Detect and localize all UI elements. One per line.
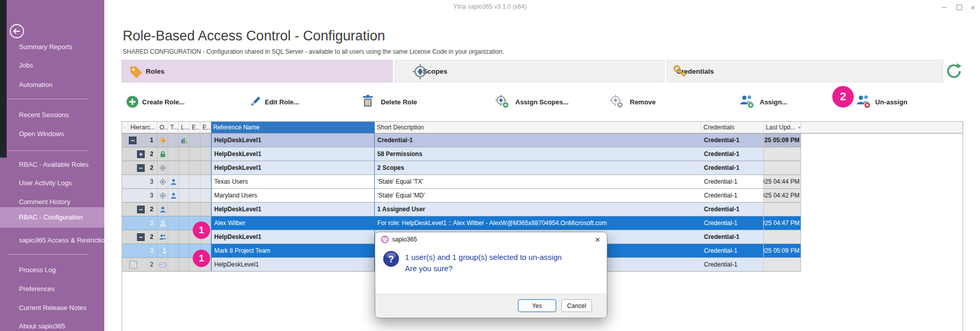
user-icon <box>159 206 167 213</box>
user-outline-icon <box>159 219 167 227</box>
window-title: Ytria sapio365 v3.1.0 (x64) <box>0 0 980 13</box>
tab-scopes[interactable]: Scopes <box>395 60 665 82</box>
svg-text:?: ? <box>389 254 394 264</box>
sidebar-item-summary-reports[interactable]: Summary Reports <box>0 38 104 56</box>
collapse-button[interactable]: − <box>137 233 145 241</box>
cancel-button[interactable]: Cancel <box>561 299 592 312</box>
sidebar-item-current-release-notes[interactable]: Current Release Notes <box>0 299 104 317</box>
user-icon <box>170 192 177 200</box>
reference-name-column-header[interactable]: Reference Name <box>211 122 375 134</box>
column-header-l[interactable]: L... <box>179 122 190 134</box>
close-button[interactable]: × <box>966 3 979 12</box>
step-badge-2: 2 <box>832 86 854 107</box>
minimize-icon <box>942 7 947 8</box>
sapio365-window: Ytria sapio365 v3.1.0 (x64) × Summary Re… <box>0 0 980 331</box>
collapse-button[interactable]: − <box>129 137 136 144</box>
sidebar-item-about-sapio365[interactable]: About sapio365 <box>0 318 104 331</box>
sidebar-item-preferences[interactable]: Preferences <box>0 280 104 298</box>
credentials-column-header[interactable]: Credentials <box>701 122 764 134</box>
column-header-e1[interactable]: E... <box>190 122 200 134</box>
last-updated-column-header[interactable]: Last Upd... ▼ <box>764 122 801 134</box>
minimize-button[interactable] <box>938 3 951 12</box>
target-x-icon[interactable] <box>609 94 624 108</box>
assign-scopes-button[interactable]: Assign Scopes... <box>515 98 568 106</box>
tag-icon <box>159 137 167 144</box>
tab-roles[interactable]: Roles <box>122 60 393 82</box>
refresh-button[interactable] <box>945 62 963 80</box>
table-row[interactable]: +2 HelpDeskLevel1 58 Permissions Credent… <box>122 147 963 161</box>
column-header-t[interactable]: T... <box>168 122 179 134</box>
page-title: Role-Based Access Control - Configuratio… <box>123 28 385 44</box>
sidebar-divider <box>7 254 89 255</box>
sidebar-item-open-windows[interactable]: Open Windows <box>0 125 104 143</box>
people-x-icon[interactable] <box>856 94 871 109</box>
collapse-button[interactable]: − <box>137 164 145 172</box>
sidebar: Summary Reports Jobs Automation Recent S… <box>0 0 104 331</box>
table-row-selected[interactable]: 3 Alex Wilber For role: HelpDeskLevel1 :… <box>122 216 963 230</box>
pencil-icon[interactable] <box>248 95 262 108</box>
maximize-button[interactable] <box>952 3 966 12</box>
delete-role-button[interactable]: Delete Role <box>381 98 417 106</box>
sidebar-divider <box>7 99 89 99</box>
plus-circle-icon[interactable] <box>126 95 139 108</box>
group-icon <box>159 233 167 241</box>
sidebar-item-rbac-configuration[interactable]: RBAC - Configuration <box>0 207 104 228</box>
sapio365-logo-icon <box>381 235 389 244</box>
title-bar: Ytria sapio365 v3.1.0 (x64) × <box>0 0 980 13</box>
chart-icon <box>180 137 188 144</box>
sidebar-item-automation[interactable]: Automation <box>0 76 104 94</box>
id-card-icon <box>159 261 167 269</box>
sidebar-item-user-activity-logs[interactable]: User Activity Logs <box>0 174 104 192</box>
scope-target-icon <box>412 63 429 80</box>
sidebar-item-process-log[interactable]: Process Log <box>0 261 104 279</box>
target-plus-icon[interactable] <box>495 94 509 108</box>
expand-button[interactable]: + <box>137 150 145 158</box>
dialog-close-button[interactable]: × <box>592 234 603 246</box>
group-icon <box>159 247 167 255</box>
sidebar-divider <box>7 150 89 151</box>
dialog-message-line1: 1 user(s) and 1 group(s) selected to un-… <box>405 253 562 261</box>
disabled-expander <box>129 261 137 269</box>
lock-column-header[interactable] <box>122 122 128 134</box>
tag-icon <box>128 64 144 80</box>
sidebar-item-jobs[interactable]: Jobs <box>0 57 104 74</box>
column-header-e2[interactable]: E... <box>200 122 211 134</box>
user-icon <box>170 178 177 186</box>
selection-badge-1: 1 <box>193 222 210 239</box>
table-row[interactable]: 3 Texas Users 'State' Equal 'TX' Credent… <box>122 175 963 189</box>
short-description-column-header[interactable]: Short Description <box>375 122 701 134</box>
dialog-message-line2: Are you sure? <box>405 264 452 273</box>
lock-icon <box>124 124 126 131</box>
page-subtitle: SHARED CONFIGURATION - Configuration sha… <box>123 48 504 55</box>
column-header-o[interactable]: O... <box>157 122 168 134</box>
hierarchy-column-header[interactable]: Hierarc... <box>128 122 157 134</box>
create-role-button[interactable]: Create Role... <box>142 98 185 106</box>
table-row[interactable]: −2 HelpDeskLevel1 2 Scopes Credential-1 <box>122 161 963 175</box>
tab-credentials[interactable]: Credentials <box>667 60 943 82</box>
key-icon <box>672 64 688 79</box>
table-row[interactable]: −2 HelpDeskLevel1 1 Assigned User Creden… <box>122 203 963 216</box>
scope-target-icon <box>159 192 167 200</box>
maximize-icon <box>956 5 962 10</box>
filler-column-header <box>801 122 963 134</box>
sort-descending-icon: ▼ <box>797 126 801 129</box>
sidebar-item-sapio365-access[interactable]: sapio365 Access & Restrictions <box>0 232 104 249</box>
back-button[interactable] <box>9 23 25 39</box>
selection-badge-1: 1 <box>193 250 210 267</box>
scope-target-icon <box>159 178 167 186</box>
table-header-row: Hierarc... O... T... L... E... E... Refe… <box>122 122 963 134</box>
question-icon: ? <box>383 251 399 267</box>
trash-icon[interactable] <box>361 94 375 108</box>
table-row[interactable]: 3 Maryland Users 'State' Equal 'MD' Cred… <box>122 189 963 203</box>
assign-button[interactable]: Assign... <box>760 98 787 106</box>
collapse-button[interactable]: − <box>137 206 145 213</box>
tab-roles-label: Roles <box>146 68 165 75</box>
people-plus-icon[interactable] <box>739 94 755 109</box>
remove-button[interactable]: Remove <box>630 98 656 106</box>
unassign-button[interactable]: Un-assign <box>875 98 907 106</box>
yes-button[interactable]: Yes <box>518 299 556 312</box>
sidebar-item-recent-sessions[interactable]: Recent Sessions <box>0 106 104 124</box>
edit-role-button[interactable]: Edit Role... <box>265 98 299 106</box>
table-row[interactable]: −1 HelpDeskLevel1 Credential-1 Credentia… <box>122 134 963 147</box>
sidebar-item-rbac-available-roles[interactable]: RBAC - Available Roles <box>0 156 104 173</box>
